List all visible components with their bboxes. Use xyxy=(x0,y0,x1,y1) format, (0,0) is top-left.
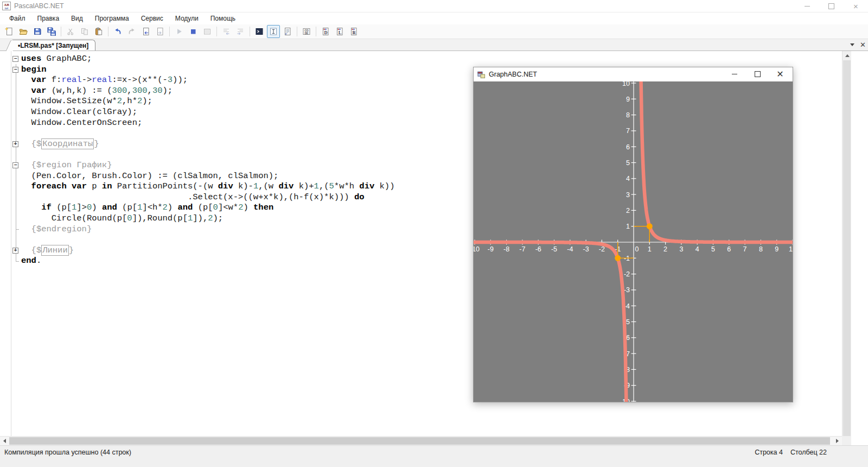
svg-text:DE: DE xyxy=(305,32,309,35)
graph-canvas: -10-9-8-7-6-5-4-3-2-1012345678910-10-9-8… xyxy=(474,81,793,402)
svg-text:9: 9 xyxy=(626,96,630,103)
graphabc-titlebar[interactable]: GraphABC.NET ✕ xyxy=(474,67,793,82)
close-icon[interactable]: × xyxy=(844,0,868,12)
graphabc-minimize-icon[interactable] xyxy=(723,67,746,81)
scrollbar-corner xyxy=(842,436,851,445)
tab-lrsm-pas[interactable]: •LRSM.pas* [Запущен] xyxy=(12,40,95,51)
tab-close-icon[interactable]: ✕ xyxy=(860,41,866,48)
toolbar-separator xyxy=(61,27,61,36)
horizontal-scroll-thumb[interactable] xyxy=(9,437,830,445)
fold-expand-icon[interactable]: + xyxy=(12,248,18,254)
page-l-icon[interactable]: L xyxy=(333,25,346,38)
scroll-right-icon[interactable] xyxy=(833,437,842,445)
svg-text:-5: -5 xyxy=(551,245,557,253)
fold-collapse-icon[interactable]: − xyxy=(12,162,18,168)
tab-list-dropdown-icon[interactable] xyxy=(850,43,854,46)
page-d-icon[interactable]: D xyxy=(319,25,332,38)
main-titlebar[interactable]: AB net PascalABC.NET × xyxy=(0,0,868,12)
fold-gutter xyxy=(12,107,21,118)
graphabc-maximize-icon[interactable] xyxy=(746,67,769,81)
page-r-icon[interactable]: R xyxy=(347,25,360,38)
svg-text:-9: -9 xyxy=(488,245,494,253)
graphabc-window-title: GraphABC.NET xyxy=(489,71,537,78)
svg-text:-2: -2 xyxy=(599,245,605,253)
menu-item-help[interactable]: Помощь xyxy=(205,14,241,23)
menu-item-edit[interactable]: Правка xyxy=(31,14,66,23)
code-line: foreach var p in PartitionPoints(-(w div… xyxy=(0,181,394,192)
paste-icon[interactable] xyxy=(92,25,105,38)
redo-icon[interactable] xyxy=(125,25,138,38)
restore-icon[interactable] xyxy=(819,0,844,12)
output-window-icon[interactable] xyxy=(267,25,280,38)
editor-horizontal-scrollbar[interactable] xyxy=(0,436,842,445)
svg-text:5: 5 xyxy=(711,245,715,253)
fold-gutter xyxy=(12,203,21,213)
code-template-icon[interactable]: CODE xyxy=(300,25,313,38)
graphabc-form-icon xyxy=(477,71,486,79)
editor-vertical-scrollbar[interactable] xyxy=(842,51,851,445)
svg-text:10: 10 xyxy=(622,81,630,87)
code-line: if (p[1]>0) and (p[1]<h*2) and (p[0]<w*2… xyxy=(0,203,394,213)
compile-status-text: Компиляция прошла успешно (44 строк) xyxy=(4,449,131,456)
cut-icon[interactable] xyxy=(64,25,77,38)
pascalabc-main-window: AB net PascalABC.NET × ФайлПравкаВидПрог… xyxy=(0,0,868,467)
vertical-scroll-thumb[interactable] xyxy=(843,60,851,436)
svg-text:-8: -8 xyxy=(503,245,509,253)
nav-forward-icon[interactable] xyxy=(154,25,167,38)
undo-icon[interactable] xyxy=(111,25,124,38)
svg-text:D: D xyxy=(324,30,328,35)
svg-text:8: 8 xyxy=(626,111,630,119)
toolbar-separator xyxy=(169,27,170,36)
status-bar: Компиляция прошла успешно (44 строк) Стр… xyxy=(0,445,868,467)
tab-bar: •LRSM.pas* [Запущен] ✕ xyxy=(0,39,868,51)
scroll-up-icon[interactable] xyxy=(843,51,852,60)
menu-item-program[interactable]: Программа xyxy=(89,14,135,23)
menu-item-file[interactable]: Файл xyxy=(3,14,31,23)
console-window-icon[interactable] xyxy=(253,25,266,38)
error-list-icon[interactable] xyxy=(281,25,294,38)
graphabc-window: GraphABC.NET ✕ -10-9-8-7-6-5-4-3-2-10123… xyxy=(473,67,793,402)
save-all-icon[interactable] xyxy=(45,25,58,38)
code-line: Window.SetSize(w*2,h*2); xyxy=(0,96,394,107)
run-icon[interactable] xyxy=(173,25,186,38)
indent-icon[interactable] xyxy=(220,25,233,38)
outdent-icon[interactable] xyxy=(234,25,247,38)
svg-text:1: 1 xyxy=(648,245,652,253)
code-line: (Pen.Color, Brush.Color) := (clSalmon, c… xyxy=(0,171,394,182)
code-line: −begin xyxy=(0,65,394,75)
toolbar-separator xyxy=(216,27,217,36)
svg-text:1: 1 xyxy=(626,223,630,230)
code-line xyxy=(0,128,394,139)
open-file-icon[interactable] xyxy=(17,25,30,38)
fold-gutter xyxy=(12,181,21,192)
svg-text:5: 5 xyxy=(626,159,630,167)
minimize-icon[interactable] xyxy=(795,0,819,12)
copy-icon[interactable] xyxy=(78,25,91,38)
fold-gutter xyxy=(12,118,21,129)
fold-collapse-icon[interactable]: − xyxy=(12,67,18,73)
fold-gutter: − xyxy=(12,160,21,171)
menu-item-view[interactable]: Вид xyxy=(65,14,89,23)
compile-icon[interactable] xyxy=(201,25,214,38)
nav-back-icon[interactable] xyxy=(139,25,152,38)
fold-collapse-icon[interactable]: − xyxy=(12,56,18,62)
menu-bar: ФайлПравкаВидПрограммаСервисМодулиПомощь xyxy=(0,12,868,24)
menu-item-modules[interactable]: Модули xyxy=(169,14,205,23)
scroll-left-icon[interactable] xyxy=(0,437,9,445)
fold-expand-icon[interactable]: + xyxy=(12,141,18,147)
graphabc-close-icon[interactable]: ✕ xyxy=(769,67,792,81)
svg-text:3: 3 xyxy=(626,191,630,199)
menu-item-service[interactable]: Сервис xyxy=(135,14,169,23)
svg-text:L: L xyxy=(339,30,342,35)
toolbar-separator xyxy=(250,27,250,36)
svg-text:7: 7 xyxy=(626,127,630,135)
save-file-icon[interactable] xyxy=(31,25,44,38)
fold-gutter xyxy=(12,235,21,245)
code-line: .Select(x->((w+x*k),(h-f(x)*k))) do xyxy=(0,192,394,203)
svg-text:-10: -10 xyxy=(474,245,480,253)
svg-text:-6: -6 xyxy=(535,245,541,253)
stop-icon[interactable] xyxy=(187,25,200,38)
svg-text:3: 3 xyxy=(679,245,683,253)
svg-text:7: 7 xyxy=(743,245,747,253)
new-file-icon[interactable] xyxy=(3,25,16,38)
